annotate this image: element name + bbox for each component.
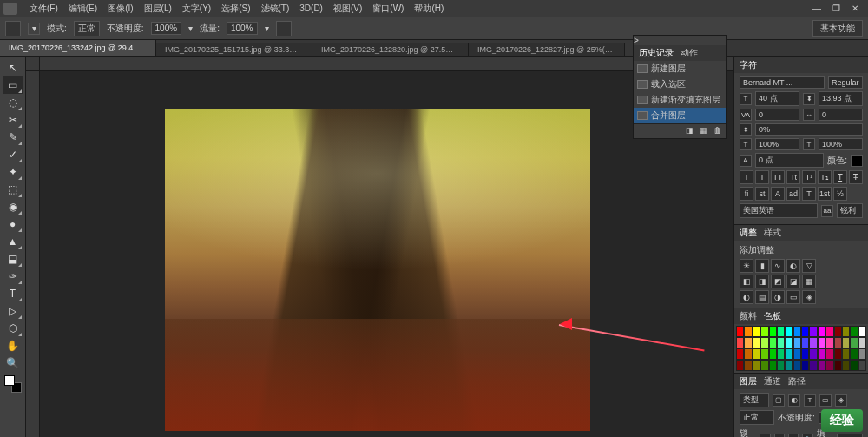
brush-preset-dropdown[interactable]: ▾ (28, 23, 40, 35)
color-swatch[interactable] (801, 337, 809, 348)
layers-tab[interactable]: 图层 (740, 375, 757, 387)
color-swatch[interactable] (834, 337, 842, 348)
color-swatch[interactable] (769, 337, 777, 348)
eraser-tool-icon[interactable]: ● (3, 215, 23, 233)
flow-field[interactable]: 100% (227, 22, 258, 35)
color-swatch[interactable] (850, 337, 858, 348)
color-swatch[interactable] (769, 360, 777, 371)
color-swatch[interactable] (793, 337, 801, 348)
strike-icon[interactable]: T̶ (849, 170, 863, 184)
color-swatch[interactable] (801, 326, 809, 337)
color-swatch[interactable] (850, 360, 858, 371)
color-swatch[interactable] (834, 326, 842, 337)
document-tab[interactable]: IMG_20170225_151715.jpg @ 33.3% ... (156, 43, 312, 56)
color-swatch[interactable] (753, 337, 760, 348)
new-snapshot-icon[interactable]: ▦ (698, 126, 708, 136)
color-swatch[interactable] (793, 326, 801, 337)
color-swatch[interactable] (736, 360, 744, 371)
window-close-icon[interactable]: ✕ (849, 3, 861, 13)
color-swatch[interactable] (785, 337, 792, 348)
aa-select[interactable]: 锐利 (837, 203, 863, 218)
mode-select[interactable]: 正常 (74, 21, 100, 36)
color-swatch[interactable] (769, 348, 777, 360)
menu-file[interactable]: 文件(F) (24, 3, 63, 15)
foreground-color-swatch[interactable] (4, 375, 15, 386)
menu-layer[interactable]: 图层(L) (139, 3, 177, 15)
color-swatch[interactable] (744, 348, 752, 360)
color-swatch[interactable] (809, 348, 817, 360)
color-swatch[interactable] (769, 326, 777, 337)
color-swatch[interactable] (850, 326, 858, 337)
language-select[interactable]: 美国英语 (740, 203, 818, 218)
curves-icon[interactable]: ∿ (771, 259, 785, 273)
marquee-tool-icon[interactable]: ▭ (3, 76, 23, 94)
blend-mode-select[interactable]: 正常 (740, 410, 774, 425)
document-tab[interactable]: IMG_20170226_133242.jpg @ 29.4% (渐变填充 2,… (0, 40, 156, 56)
lock-transparency-icon[interactable]: ▦ (760, 434, 770, 437)
color-swatch[interactable] (785, 348, 792, 360)
threshold-icon[interactable]: ◑ (771, 290, 785, 304)
color-swatches[interactable] (4, 375, 22, 393)
lasso-tool-icon[interactable]: ◌ (3, 94, 23, 111)
color-swatch[interactable] (818, 326, 825, 337)
history-item[interactable]: 新建渐变填充图层 (634, 92, 726, 108)
italic-icon[interactable]: T (755, 170, 769, 184)
color-swatch[interactable] (777, 348, 785, 360)
menu-type[interactable]: 文字(Y) (177, 3, 216, 15)
color-swatch[interactable] (777, 360, 785, 371)
opentype-icon[interactable]: T (802, 187, 816, 201)
color-swatch[interactable] (809, 337, 817, 348)
color-swatch[interactable] (744, 337, 752, 348)
vscale-field[interactable]: 0% (755, 123, 863, 136)
color-swatch[interactable] (825, 360, 833, 371)
color-swatch[interactable] (785, 360, 792, 371)
gradient-tool-icon[interactable]: ▲ (3, 233, 23, 250)
blur-tool-icon[interactable]: ⬓ (3, 250, 23, 268)
brightness-icon[interactable]: ☀ (740, 259, 753, 273)
window-maximize-icon[interactable]: ❐ (830, 3, 842, 13)
menu-3d[interactable]: 3D(D) (294, 3, 328, 13)
filter-image-icon[interactable]: ▢ (773, 394, 785, 407)
brush-tool-icon[interactable]: ✦ (3, 163, 23, 181)
color-swatch[interactable] (801, 348, 809, 360)
color-lookup-icon[interactable]: ▦ (802, 275, 816, 288)
menu-image[interactable]: 图像(I) (102, 3, 138, 15)
font-style-select[interactable]: Regular (828, 76, 863, 89)
swatch-grid[interactable] (736, 326, 866, 371)
color-swatch[interactable] (818, 337, 825, 348)
color-swatch[interactable] (834, 348, 842, 360)
color-swatch[interactable] (744, 360, 752, 371)
text-color-swatch[interactable] (851, 155, 863, 167)
color-swatch[interactable] (809, 360, 817, 371)
color-swatch[interactable] (744, 326, 752, 337)
color-swatch[interactable] (842, 326, 850, 337)
swatches-tab[interactable]: 色板 (764, 310, 781, 322)
menu-select[interactable]: 选择(S) (216, 3, 255, 15)
color-swatch[interactable] (753, 360, 760, 371)
snapshot-icon[interactable]: ◨ (684, 126, 694, 136)
opentype-icon[interactable]: A (771, 187, 785, 201)
crop-tool-icon[interactable]: ✂ (3, 111, 23, 129)
layer-filter-select[interactable]: 类型 (740, 393, 769, 407)
path-tool-icon[interactable]: ▷ (3, 302, 23, 320)
channel-mixer-icon[interactable]: ◪ (786, 275, 800, 288)
lock-position-icon[interactable]: ✥ (788, 434, 799, 437)
history-brush-tool-icon[interactable]: ◉ (3, 198, 23, 215)
leading-field[interactable]: 13.93 点 (819, 91, 863, 106)
photo-filter-icon[interactable]: ◩ (771, 275, 785, 288)
invert-icon[interactable]: ◐ (740, 290, 753, 304)
color-swatch[interactable] (825, 348, 833, 360)
shape-tool-icon[interactable]: ⬡ (3, 320, 23, 337)
menu-window[interactable]: 窗口(W) (367, 3, 409, 15)
color-swatch[interactable] (818, 360, 825, 371)
history-item[interactable]: 合并图层 (634, 108, 726, 123)
hand-tool-icon[interactable]: ✋ (3, 337, 23, 354)
document-tab[interactable]: IMG_20170226_122820.jpg @ 27.5% ... (312, 43, 469, 56)
pen-tool-icon[interactable]: ✑ (3, 268, 23, 285)
opentype-icon[interactable]: st (755, 187, 769, 201)
filter-adjust-icon[interactable]: ◐ (788, 394, 800, 407)
lock-pixels-icon[interactable]: ✎ (774, 434, 785, 437)
history-item[interactable]: 新建图层 (634, 61, 726, 76)
bold-icon[interactable]: T (740, 170, 753, 184)
color-swatch[interactable] (842, 360, 850, 371)
